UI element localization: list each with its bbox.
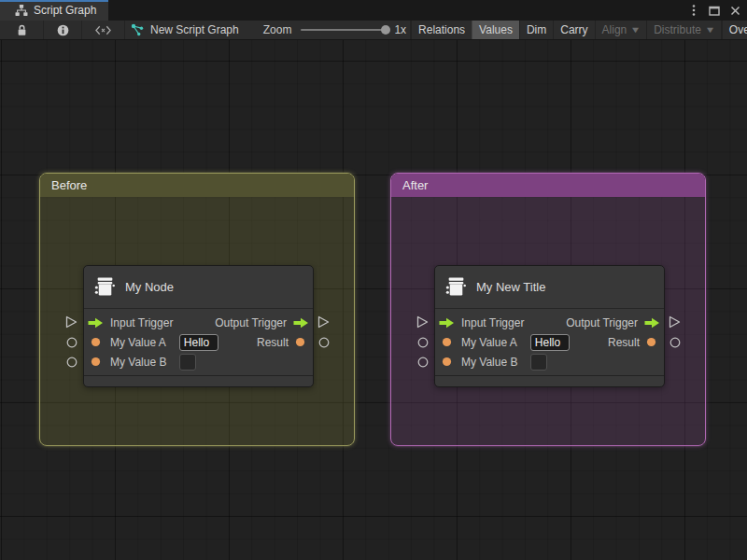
lock-button[interactable]	[0, 21, 43, 39]
external-data-port[interactable]	[66, 357, 78, 368]
node-body: Input Trigger Output Trigger	[84, 309, 313, 371]
node-title: My Node	[125, 280, 174, 294]
input-trigger-port[interactable]: Input Trigger	[88, 316, 173, 329]
external-data-port[interactable]	[318, 337, 330, 348]
data-port-icon	[88, 337, 104, 347]
script-graph-window: Script Graph	[0, 0, 747, 560]
value-b-input[interactable]	[179, 354, 196, 371]
zoom-label: Zoom	[263, 23, 292, 36]
data-port-icon	[88, 357, 104, 367]
my-value-b-port[interactable]: My Value B	[88, 354, 196, 371]
port-label: Input Trigger	[110, 316, 173, 329]
port-row: Input Trigger Output Trigger	[435, 313, 664, 332]
value-a-input[interactable]	[530, 334, 570, 351]
values-button[interactable]: Values	[472, 21, 519, 39]
value-b-input[interactable]	[530, 354, 547, 371]
external-flow-port[interactable]	[317, 315, 330, 329]
external-flow-port[interactable]	[416, 315, 429, 329]
info-icon	[57, 24, 69, 36]
group-after[interactable]: After	[390, 173, 706, 446]
output-trigger-port[interactable]: Output Trigger	[566, 316, 664, 329]
tab-script-graph[interactable]: Script Graph	[0, 0, 108, 21]
tab-label: Script Graph	[34, 4, 96, 17]
chevron-down-icon: ▼	[705, 25, 716, 35]
data-port-icon	[439, 337, 455, 347]
port-label: My Value B	[461, 356, 517, 369]
distribute-label: Distribute	[654, 23, 701, 36]
node-body: Input Trigger Output Trigger	[435, 309, 664, 371]
code-preview-button[interactable]	[82, 21, 124, 39]
external-data-port[interactable]	[66, 337, 78, 348]
flow-port-icon	[293, 317, 309, 329]
overview-button[interactable]: Overview	[722, 21, 747, 39]
external-data-port[interactable]	[417, 357, 429, 368]
node-footer	[435, 375, 664, 385]
port-row: Input Trigger Output Trigger	[84, 313, 313, 332]
align-label: Align	[602, 23, 627, 36]
external-data-port[interactable]	[669, 337, 681, 348]
script-graph-icon	[131, 23, 144, 36]
my-value-b-port[interactable]: My Value B	[439, 354, 547, 371]
external-flow-port[interactable]	[65, 315, 78, 329]
chevron-down-icon: ▼	[630, 25, 641, 35]
toolbar: New Script Graph Zoom 1x Relations Value…	[0, 21, 747, 40]
maximize-icon[interactable]	[706, 2, 723, 19]
zoom-slider[interactable]	[301, 29, 387, 31]
result-port[interactable]: Result	[257, 336, 313, 349]
relations-button[interactable]: Relations	[411, 21, 472, 39]
port-label: Result	[257, 336, 289, 349]
port-row: My Value A Result	[84, 332, 313, 352]
external-flow-port[interactable]	[669, 315, 681, 329]
group-label: After	[402, 178, 428, 192]
port-label: My Value A	[461, 336, 517, 349]
external-data-port[interactable]	[417, 337, 429, 348]
node-header[interactable]: My Node	[84, 266, 313, 309]
carry-button[interactable]: Carry	[553, 21, 594, 39]
port-label: Output Trigger	[215, 316, 287, 329]
close-icon[interactable]	[726, 2, 743, 19]
zoom-value: 1x	[394, 23, 406, 36]
result-port[interactable]: Result	[608, 336, 664, 349]
flow-port-icon	[439, 317, 455, 329]
align-dropdown[interactable]: Align ▼	[595, 21, 647, 39]
data-port-icon	[439, 357, 455, 367]
dim-button[interactable]: Dim	[519, 21, 553, 39]
value-a-input[interactable]	[179, 334, 218, 351]
port-label: My Value A	[110, 336, 166, 349]
data-port-icon	[646, 337, 656, 347]
group-before-header[interactable]: Before	[40, 174, 354, 197]
node-my-node[interactable]: My Node Input Trigger Output Trigger	[83, 265, 314, 387]
kebab-menu-icon[interactable]	[685, 2, 702, 19]
port-label: Result	[608, 336, 640, 349]
group-before[interactable]: Before	[39, 173, 355, 446]
my-value-a-port[interactable]: My Value A	[88, 334, 218, 351]
unit-node-icon	[93, 275, 117, 299]
zoom-slider-handle[interactable]	[381, 25, 390, 35]
port-label: Input Trigger	[461, 316, 524, 329]
hierarchy-icon	[15, 4, 28, 17]
port-row: My Value B	[84, 352, 313, 371]
group-after-header[interactable]: After	[391, 174, 705, 197]
lock-icon	[17, 24, 27, 36]
node-header[interactable]: My New Title	[435, 266, 664, 309]
info-button[interactable]	[44, 21, 81, 39]
port-label: My Value B	[110, 356, 166, 369]
flow-port-icon	[644, 317, 660, 329]
unit-node-icon	[444, 275, 468, 299]
distribute-dropdown[interactable]: Distribute ▼	[646, 21, 721, 39]
node-footer	[84, 375, 313, 385]
window-controls	[685, 0, 743, 21]
group-label: Before	[51, 178, 87, 192]
port-label: Output Trigger	[566, 316, 638, 329]
port-row: My Value A Result	[435, 332, 664, 352]
port-row: My Value B	[435, 352, 664, 371]
code-icon	[94, 25, 112, 35]
my-value-a-port[interactable]: My Value A	[439, 334, 570, 351]
output-trigger-port[interactable]: Output Trigger	[215, 316, 313, 329]
graph-name-label: New Script Graph	[150, 23, 239, 36]
input-trigger-port[interactable]: Input Trigger	[439, 316, 524, 329]
node-my-new-title[interactable]: My New Title Input Trigger Output Trigge…	[434, 265, 665, 387]
graph-canvas[interactable]: Before	[0, 40, 747, 560]
data-port-icon	[295, 337, 305, 347]
graph-title-button[interactable]: New Script Graph	[125, 21, 247, 39]
